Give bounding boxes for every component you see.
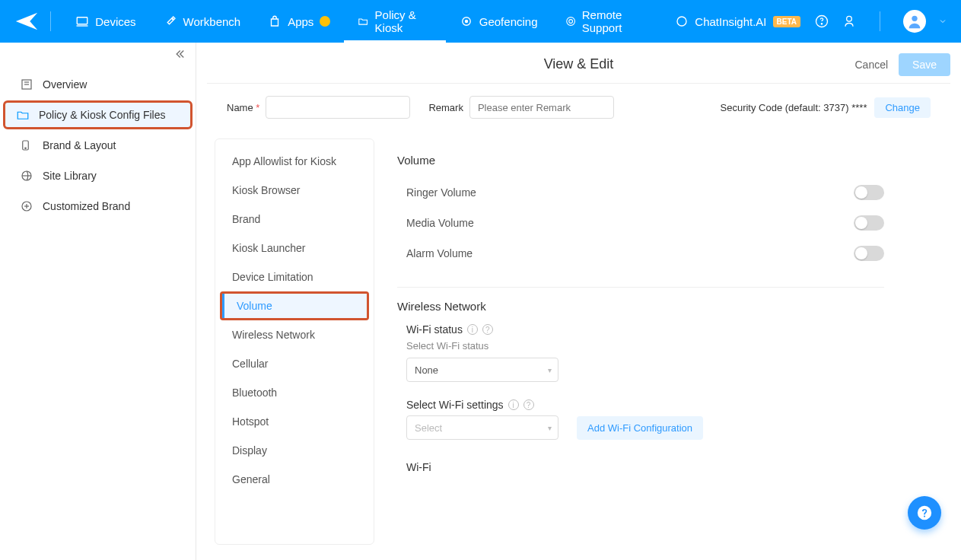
- globe-icon: [20, 169, 33, 183]
- chat-ai-icon: [675, 14, 689, 28]
- bag-icon: [268, 14, 282, 28]
- name-field-group: Name *: [227, 96, 410, 119]
- name-input[interactable]: [266, 96, 410, 119]
- svg-point-6: [677, 17, 686, 26]
- nav-chatinsight[interactable]: ChatInsight.AI BETA: [661, 0, 814, 43]
- wifi-status-hint: Select Wi-Fi status: [406, 340, 937, 352]
- section-device-limitation[interactable]: Device Limitation: [215, 262, 374, 291]
- media-volume-toggle[interactable]: [854, 215, 884, 231]
- chevron-down-icon[interactable]: [938, 14, 947, 29]
- help-icon[interactable]: [814, 14, 829, 29]
- remark-label: Remark: [428, 102, 463, 113]
- layout-icon: [20, 138, 33, 152]
- change-security-code-button[interactable]: Change: [874, 97, 931, 118]
- section-kiosk-launcher[interactable]: Kiosk Launcher: [215, 234, 374, 262]
- section-bluetooth[interactable]: Bluetooth: [215, 378, 374, 407]
- laptop-icon: [75, 14, 89, 28]
- target-icon: [460, 14, 473, 28]
- info-icon[interactable]: i: [508, 399, 519, 410]
- lifebuoy-icon: [565, 14, 576, 28]
- section-hotspot[interactable]: Hotspot: [215, 407, 374, 436]
- wifi-settings-label: Select Wi-Fi settings: [406, 399, 504, 411]
- section-general[interactable]: General: [215, 465, 374, 494]
- svg-rect-0: [77, 18, 88, 24]
- collapse-sidebar-button[interactable]: [173, 47, 186, 64]
- volume-group-title: Volume: [397, 154, 937, 167]
- name-label: Name *: [227, 102, 259, 113]
- alarm-volume-label: Alarm Volume: [406, 247, 473, 259]
- help-icon[interactable]: ?: [523, 399, 534, 410]
- app-logo[interactable]: [14, 8, 40, 35]
- wifi-settings-select[interactable]: Select▾: [406, 415, 558, 440]
- svg-point-15: [25, 148, 27, 149]
- section-cellular[interactable]: Cellular: [215, 349, 374, 378]
- settings-section-list: App Allowlist for Kiosk Kiosk Browser Br…: [215, 138, 374, 545]
- apps-notification-badge: [320, 16, 330, 27]
- section-kiosk-browser[interactable]: Kiosk Browser: [215, 176, 374, 205]
- overview-icon: [20, 78, 33, 91]
- cancel-button[interactable]: Cancel: [854, 59, 888, 71]
- left-sidebar: Overview Policy & Kiosk Config Files Bra…: [0, 43, 196, 560]
- top-nav: Devices Workbench Apps Policy & Kiosk Ge…: [0, 0, 961, 43]
- media-volume-label: Media Volume: [406, 217, 474, 229]
- save-button[interactable]: Save: [899, 53, 950, 76]
- remark-input[interactable]: [469, 96, 614, 119]
- notifications-icon[interactable]: [842, 14, 857, 29]
- remark-field-group: Remark: [428, 96, 614, 119]
- svg-point-8: [821, 24, 822, 24]
- nav-apps[interactable]: Apps: [254, 0, 344, 43]
- wifi-section-label: Wi-Fi: [406, 461, 937, 473]
- svg-point-4: [566, 18, 574, 26]
- nav-devices[interactable]: Devices: [62, 0, 149, 43]
- ringer-volume-toggle[interactable]: [854, 185, 884, 200]
- section-wireless-network[interactable]: Wireless Network: [215, 320, 374, 349]
- main-panel: View & Edit Cancel Save Name * Remark Se…: [196, 43, 961, 560]
- section-volume[interactable]: Volume: [222, 294, 367, 318]
- nav-workbench[interactable]: Workbench: [150, 0, 255, 43]
- svg-point-5: [568, 20, 572, 24]
- help-fab[interactable]: [908, 496, 941, 530]
- question-icon: [916, 504, 933, 521]
- nav-geofencing[interactable]: Geofencing: [446, 0, 552, 43]
- alarm-volume-toggle[interactable]: [854, 246, 884, 261]
- wifi-status-select[interactable]: None▾: [406, 358, 558, 382]
- nav-policy-kiosk[interactable]: Policy & Kiosk: [344, 0, 445, 43]
- add-wifi-config-button[interactable]: Add Wi-Fi Configuration: [577, 416, 703, 440]
- sidebar-item-site-library[interactable]: Site Library: [6, 161, 189, 190]
- settings-pane: Volume Ringer Volume Media Volume Alarm …: [394, 138, 943, 545]
- plus-circle-icon: [20, 199, 33, 213]
- section-display[interactable]: Display: [215, 436, 374, 465]
- section-app-allowlist[interactable]: App Allowlist for Kiosk: [215, 147, 374, 176]
- sidebar-item-overview[interactable]: Overview: [6, 70, 189, 99]
- ringer-volume-label: Ringer Volume: [406, 186, 476, 199]
- sidebar-item-customized-brand[interactable]: Customized Brand: [6, 192, 189, 221]
- security-code-label: Security Code (default: 3737) ****: [721, 102, 867, 113]
- page-title: View & Edit: [544, 56, 614, 72]
- sidebar-item-policy-kiosk-config[interactable]: Policy & Kiosk Config Files: [3, 100, 193, 129]
- tools-icon: [164, 14, 177, 28]
- nav-remote-support[interactable]: Remote Support: [552, 0, 662, 43]
- info-icon[interactable]: i: [467, 324, 478, 335]
- section-brand[interactable]: Brand: [215, 205, 374, 234]
- svg-point-10: [912, 16, 917, 21]
- folder-icon: [16, 108, 30, 122]
- svg-point-3: [465, 21, 467, 23]
- svg-point-9: [847, 16, 852, 21]
- user-avatar[interactable]: [903, 10, 926, 33]
- folder-icon: [358, 14, 368, 28]
- wifi-status-label: Wi-Fi status: [406, 323, 463, 336]
- help-icon[interactable]: ?: [482, 324, 493, 335]
- wireless-group-title: Wireless Network: [397, 300, 937, 313]
- sidebar-item-brand-layout[interactable]: Brand & Layout: [6, 131, 189, 160]
- beta-badge: BETA: [773, 16, 800, 27]
